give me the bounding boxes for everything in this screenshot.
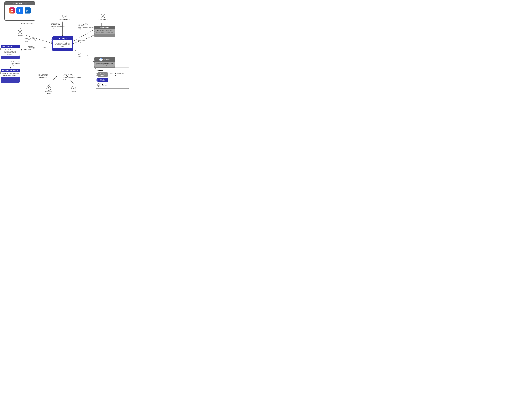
legend-row-existing: Existing system Relationship [97, 72, 128, 76]
legend-relationship-label: Relationship [117, 73, 124, 74]
spotlight-admin-label: Spotlight Admin [98, 19, 108, 20]
svg-rect-17 [17, 8, 22, 13]
community-leader-person: CommunityLeader [45, 86, 52, 94]
label-spotlight-analytics: Reporting,KPI predictionusing [28, 45, 35, 50]
spotlight-header: Spotlight [52, 36, 73, 40]
instagram-icon [9, 8, 15, 14]
email-system-body: The Amazon Simple Email Service (SES) to… [94, 29, 115, 34]
recommender-header: Recommender Engine [0, 69, 20, 72]
nonprofit-admin-icon [62, 14, 67, 18]
candidate-label: Candidate [17, 34, 23, 36]
label-spotlight-email: Send emailsusing [78, 40, 85, 43]
label-nonprofit-spotlight: Login to Spotlightregister non-profit,as… [51, 22, 65, 29]
legend-software-system: Software system [97, 78, 108, 82]
label-admin-spotlight: Login to Spotlight,view reports,approve … [78, 23, 94, 30]
calendly-box: Calendly A modern scheduling platform th… [94, 57, 115, 69]
svg-point-22 [64, 15, 65, 16]
svg-marker-29 [115, 73, 116, 74]
recommender-body: Predicts the user's preference a large n… [0, 72, 20, 77]
social-networking-header: Social Networking [5, 2, 35, 5]
svg-point-26 [48, 87, 49, 88]
spotlight-admin-icon [101, 14, 105, 18]
diagram-container: Social Networking [0, 0, 133, 102]
candidate-person: Candidate [17, 30, 23, 36]
nonprofit-admin-label: Non-Profit Admin [60, 19, 70, 20]
svg-text:in: in [26, 9, 28, 12]
social-networking-box: Social Networking [4, 1, 35, 21]
social-networking-icons: f in [5, 5, 35, 16]
spotlight-body: A central hub to empower non-profits to … [53, 40, 72, 48]
svg-point-16 [13, 10, 13, 10]
label-spotlight-calendly: Schedule meetingusing [78, 54, 88, 57]
label-candidate-spotlight: registration,service discovery,schedulin… [26, 36, 36, 42]
label-community-spotlight: Login to Spotlight,Schedule meetingwith … [38, 73, 48, 80]
svg-line-9 [20, 47, 53, 50]
recommender-engine-box: Recommender Engine Predicts the user's p… [0, 69, 20, 83]
svg-point-21 [20, 31, 20, 32]
legend-existing-system: Existing system [97, 72, 108, 76]
svg-point-23 [103, 15, 104, 16]
community-leader-icon [46, 86, 51, 91]
data-analytics-box: Data Analytics Provides Business Intelli… [0, 45, 20, 59]
data-analytics-header: Data Analytics [0, 45, 20, 48]
email-system-box: Email System The Amazon Simple Email Ser… [94, 26, 115, 37]
mentor-icon [71, 86, 76, 90]
spotlight-admin-person: Spotlight Admin [98, 14, 108, 20]
legend-row-software: Software system [97, 78, 128, 82]
legend-row-person: Person [97, 83, 128, 87]
label-analytics-recommender: Predicts candidatecareer roadmapusing [11, 61, 21, 66]
svg-text:f: f [19, 9, 20, 13]
legend-person-label: Person [102, 84, 107, 86]
linkedin-icon: in [25, 8, 31, 14]
legend-title: Legend [97, 69, 128, 71]
email-system-header: Email System [94, 26, 115, 29]
mentor-person: Mentor [71, 86, 76, 93]
legend-person-icon [97, 83, 101, 87]
calendly-body: A modern scheduling platform that makes … [94, 62, 115, 67]
svg-rect-13 [10, 8, 14, 12]
calendly-icon [99, 58, 103, 61]
svg-point-27 [73, 87, 74, 88]
candidate-icon [18, 30, 22, 34]
spotlight-box: Spotlight A central hub to empower non-p… [52, 36, 73, 51]
svg-point-32 [99, 84, 100, 85]
nonprofit-admin-person: Non-Profit Admin [60, 14, 70, 20]
calendly-header: Calendly [94, 57, 115, 62]
facebook-icon: f [17, 7, 23, 14]
svg-line-11 [48, 76, 57, 85]
community-leader-label: CommunityLeader [45, 91, 52, 94]
label-mentor-spotlight: Login to Spotlight,Update candidate's ro… [63, 74, 81, 80]
svg-marker-31 [115, 75, 116, 76]
mentor-label: Mentor [71, 91, 76, 93]
label-social-candidate: Login to Spotlight using [21, 23, 34, 24]
legend-box: Legend Existing system Relationship [96, 68, 129, 89]
data-analytics-body: Provides Business Intelligence, reportin… [0, 48, 20, 56]
